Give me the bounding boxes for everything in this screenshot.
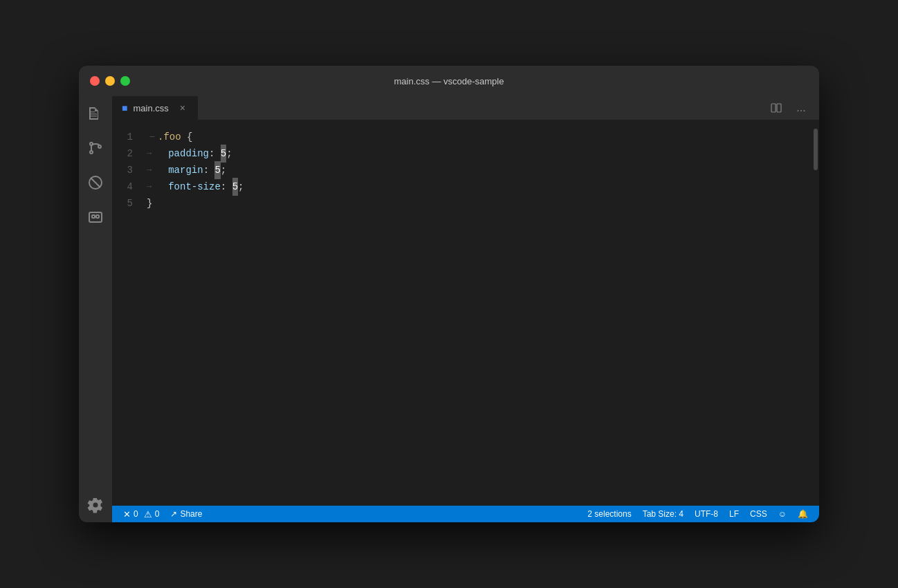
share-label: Share bbox=[180, 509, 202, 519]
traffic-lights bbox=[90, 76, 130, 86]
tab-main-css[interactable]: ■ main.css × bbox=[112, 96, 199, 120]
css-colon-2: : bbox=[209, 145, 221, 162]
css-colon-4: : bbox=[221, 178, 232, 195]
tab-filename: main.css bbox=[133, 103, 168, 113]
code-line-5: } bbox=[147, 195, 812, 212]
feedback-status[interactable]: ☺ bbox=[774, 506, 791, 522]
line-number-1: 1 bbox=[112, 129, 133, 145]
tab-actions: ... bbox=[767, 96, 819, 120]
scrollbar-thumb[interactable] bbox=[814, 129, 818, 170]
css-semi-2: ; bbox=[226, 145, 232, 162]
error-count: 0 bbox=[134, 509, 138, 519]
smiley-icon: ☺ bbox=[778, 509, 787, 519]
css-selector: .foo bbox=[158, 129, 181, 145]
css-colon-3: : bbox=[203, 162, 215, 178]
encoding-status[interactable]: UTF-8 bbox=[690, 506, 722, 522]
code-line-4: → font-size : 5 ; bbox=[147, 178, 812, 195]
split-editor-button[interactable] bbox=[767, 98, 786, 118]
code-content[interactable]: ─ .foo { → padding : 5 ; bbox=[147, 120, 812, 506]
warning-count: 0 bbox=[155, 509, 160, 519]
errors-status[interactable]: ✕ 0 ⚠ 0 bbox=[119, 506, 163, 522]
arrow-icon-3: → bbox=[147, 162, 152, 178]
tab-size-text: Tab Size: 4 bbox=[643, 509, 684, 519]
svg-point-4 bbox=[90, 151, 93, 154]
error-icon: ✕ bbox=[123, 509, 131, 520]
status-bar: ✕ 0 ⚠ 0 ↗ Share 2 selections Tab Size: 4 bbox=[112, 506, 819, 522]
settings-icon[interactable] bbox=[84, 493, 107, 517]
css-file-icon: ■ bbox=[122, 102, 127, 113]
language-text: CSS bbox=[750, 509, 767, 519]
tab-bar: ■ main.css × ... bbox=[112, 96, 819, 120]
css-property-padding: padding bbox=[168, 145, 209, 162]
titlebar: main.css — vscode-sample bbox=[79, 66, 819, 96]
remote-icon[interactable] bbox=[84, 205, 107, 229]
svg-rect-12 bbox=[777, 104, 781, 112]
extensions-icon[interactable] bbox=[84, 171, 107, 194]
svg-rect-11 bbox=[771, 104, 776, 112]
selections-text: 2 selections bbox=[587, 509, 631, 519]
tab-size-status[interactable]: Tab Size: 4 bbox=[639, 506, 688, 522]
arrow-icon-4: → bbox=[147, 178, 152, 195]
close-button[interactable] bbox=[90, 76, 100, 86]
minimize-button[interactable] bbox=[105, 76, 115, 86]
share-icon: ↗ bbox=[170, 509, 177, 519]
more-actions-icon: ... bbox=[796, 102, 805, 114]
svg-rect-10 bbox=[96, 215, 99, 218]
share-status[interactable]: ↗ Share bbox=[166, 506, 206, 522]
maximize-button[interactable] bbox=[120, 76, 130, 86]
svg-rect-0 bbox=[91, 111, 95, 113]
svg-rect-2 bbox=[91, 116, 97, 117]
main-area: ■ main.css × ... bbox=[79, 96, 819, 522]
cursor-selection-2: 5 bbox=[221, 145, 226, 163]
code-line-3: → margin : 5 ; bbox=[147, 162, 812, 178]
css-semi-4: ; bbox=[238, 178, 244, 195]
line-number-4: 4 bbox=[112, 178, 133, 195]
editor-area: ■ main.css × ... bbox=[112, 96, 819, 522]
warning-icon: ⚠ bbox=[144, 509, 152, 520]
encoding-text: UTF-8 bbox=[695, 509, 718, 519]
line-numbers: 1 2 3 4 5 bbox=[112, 120, 147, 506]
fold-icon[interactable]: ─ bbox=[147, 129, 158, 145]
activity-bar-bottom bbox=[84, 493, 107, 522]
css-property-font-size: font-size bbox=[168, 178, 221, 195]
files-icon[interactable] bbox=[84, 102, 107, 125]
line-number-5: 5 bbox=[112, 195, 133, 212]
cursor-selection-3: 5 bbox=[214, 161, 220, 179]
code-line-1: ─ .foo { bbox=[147, 129, 812, 145]
tab-close-button[interactable]: × bbox=[177, 102, 188, 113]
activity-bar bbox=[79, 96, 112, 522]
notifications-status[interactable]: 🔔 bbox=[794, 506, 812, 522]
code-editor[interactable]: 1 2 3 4 5 ─ .foo { → bbox=[112, 120, 819, 506]
css-brace-open: { bbox=[181, 129, 193, 145]
svg-line-7 bbox=[91, 178, 100, 187]
css-brace-close: } bbox=[147, 195, 152, 212]
source-control-icon[interactable] bbox=[84, 136, 107, 160]
editor-scrollbar[interactable] bbox=[812, 120, 819, 506]
css-property-margin: margin bbox=[168, 162, 203, 178]
line-number-3: 3 bbox=[112, 162, 133, 178]
line-ending-text: LF bbox=[729, 509, 739, 519]
language-status[interactable]: CSS bbox=[746, 506, 771, 522]
line-number-2: 2 bbox=[112, 145, 133, 162]
svg-rect-1 bbox=[91, 113, 97, 115]
arrow-icon-2: → bbox=[147, 145, 152, 162]
more-actions-button[interactable]: ... bbox=[791, 98, 811, 118]
window-title: main.css — vscode-sample bbox=[394, 76, 504, 86]
line-ending-status[interactable]: LF bbox=[725, 506, 743, 522]
selections-status[interactable]: 2 selections bbox=[583, 506, 635, 522]
code-line-2: → padding : 5 ; bbox=[147, 145, 812, 162]
vscode-window: main.css — vscode-sample bbox=[79, 66, 819, 522]
svg-rect-9 bbox=[92, 215, 95, 218]
cursor-selection-4: 5 bbox=[232, 178, 238, 196]
bell-icon: 🔔 bbox=[798, 509, 808, 519]
svg-point-5 bbox=[98, 145, 101, 148]
css-semi-3: ; bbox=[221, 162, 226, 178]
